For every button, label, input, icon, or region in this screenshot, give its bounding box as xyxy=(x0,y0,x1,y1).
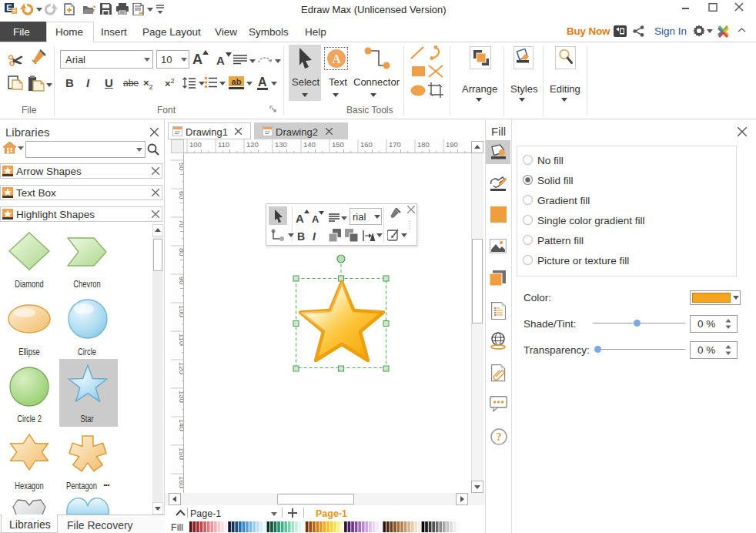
svg-text:120: 120 xyxy=(246,140,259,149)
svg-text:90: 90 xyxy=(178,277,184,285)
svg-text:140: 140 xyxy=(178,419,184,431)
svg-text:110: 110 xyxy=(178,334,184,345)
svg-text:120: 120 xyxy=(178,362,184,374)
svg-text:A: A xyxy=(332,52,341,65)
svg-text:60: 60 xyxy=(178,191,184,199)
svg-text:130: 130 xyxy=(275,140,287,149)
svg-text:160: 160 xyxy=(360,140,373,149)
svg-text:150: 150 xyxy=(178,448,184,460)
svg-text:190: 190 xyxy=(446,140,458,149)
svg-text:130: 130 xyxy=(178,391,184,403)
svg-text:140: 140 xyxy=(303,140,316,149)
svg-text:70: 70 xyxy=(178,220,184,228)
svg-text:100: 100 xyxy=(178,305,184,317)
svg-text:150: 150 xyxy=(332,140,344,149)
svg-text:ab: ab xyxy=(232,77,242,86)
svg-text:50: 50 xyxy=(178,163,184,171)
svg-text:110: 110 xyxy=(218,140,229,149)
svg-text:80: 80 xyxy=(178,248,184,256)
svg-text:170: 170 xyxy=(389,140,401,149)
svg-text:180: 180 xyxy=(417,140,430,149)
svg-text:160: 160 xyxy=(178,476,184,488)
svg-text:?: ? xyxy=(497,431,502,443)
svg-text:E: E xyxy=(6,3,12,12)
svg-text:100: 100 xyxy=(189,140,202,149)
